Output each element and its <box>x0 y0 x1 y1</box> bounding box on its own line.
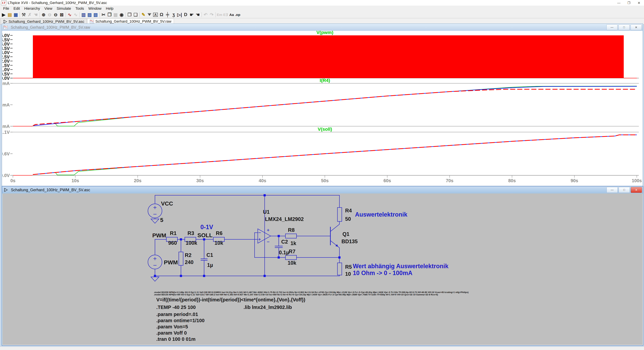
trace-vsoll-blue[interactable] <box>33 135 637 174</box>
trace-label-V(pwm)[interactable]: V(pwm) <box>316 31 333 35</box>
trace-ir4-red[interactable] <box>33 89 637 126</box>
r3-label[interactable]: R3 <box>188 230 194 236</box>
zoom-out-icon[interactable]: ⊖ <box>53 12 59 17</box>
pwm-block[interactable] <box>33 35 624 78</box>
inductor-icon[interactable]: ʒ <box>170 12 176 17</box>
vcc-label[interactable]: VCC <box>161 200 173 207</box>
schematic-canvas[interactable]: VCC 5 PWM PWM SOLL 0-1V R1 960 R2 240 R3… <box>2 193 642 345</box>
drag-hand-icon[interactable]: ☚ <box>195 12 201 17</box>
autorange-icon[interactable]: ∿ <box>66 12 72 17</box>
directive-param-voff[interactable]: .param Voff 0 <box>156 330 187 336</box>
trace-vsoll-green[interactable] <box>33 135 637 175</box>
r2-value[interactable]: 240 <box>185 259 194 265</box>
r8-value[interactable]: 1k <box>290 240 296 246</box>
print-preview-icon[interactable]: ❑ <box>132 12 138 17</box>
comment-0-1v[interactable]: 0-1V <box>200 224 213 231</box>
annotation-10ohm[interactable]: 10 Ohm -> 0 - 100mA <box>353 270 412 276</box>
resistor-icon[interactable]: Ω <box>158 12 164 17</box>
q1-label[interactable]: Q1 <box>342 231 349 237</box>
schematic-minimize-button[interactable]: — <box>606 187 618 193</box>
zoom-back-icon[interactable]: ⊖ <box>46 12 53 17</box>
r5-label[interactable]: R5 <box>345 264 352 270</box>
pan-hand-icon[interactable]: ☚ <box>33 12 39 17</box>
trace-label-I(R4)[interactable]: I(R4) <box>320 78 330 83</box>
schematic-window-title-bar[interactable]: Schaltung_Gerhard_100Hz_PWM_BV_5V.asc — … <box>2 186 643 193</box>
edit-e3-icon[interactable]: E∃ <box>222 12 228 17</box>
r4-label[interactable]: R4 <box>345 208 352 214</box>
r5-value[interactable]: 10 <box>345 271 351 277</box>
pwm-source[interactable] <box>148 255 162 269</box>
c2-value[interactable]: 0.1µ <box>279 250 289 256</box>
tile-horizontal-icon[interactable]: ▥ <box>80 12 86 17</box>
waveform-minimize-button[interactable]: — <box>606 24 618 30</box>
find-icon[interactable]: ◉ <box>118 12 124 17</box>
waveform-maximize-button[interactable]: □ <box>618 24 630 30</box>
r6-label[interactable]: R6 <box>216 230 222 236</box>
cascade-icon[interactable]: ▧ <box>92 12 98 17</box>
r1-label[interactable]: R1 <box>170 230 176 236</box>
opamp-u1[interactable] <box>258 229 271 243</box>
vcc-source[interactable] <box>148 204 162 223</box>
vcc-value[interactable]: 5 <box>160 217 163 223</box>
print-icon[interactable]: ❒ <box>126 12 132 17</box>
menu-view[interactable]: View <box>42 6 54 11</box>
schematic-close-button[interactable]: ✕ <box>631 187 642 193</box>
capacitor-c2[interactable] <box>275 246 282 248</box>
resistor-r4[interactable] <box>338 208 342 221</box>
net-label-soll[interactable]: SOLL <box>198 232 213 238</box>
c1-label[interactable]: C1 <box>206 252 213 258</box>
directive-lib[interactable]: .lib lmx24_lm2902.lib <box>244 305 292 310</box>
net-label-icon[interactable]: A <box>152 12 158 17</box>
directive-temp[interactable]: .TEMP -40 25 100 <box>156 305 196 310</box>
halt-icon[interactable]: ✗ <box>27 12 33 17</box>
r8-label[interactable]: R8 <box>288 227 295 233</box>
app-minimize-button[interactable]: — <box>614 0 624 6</box>
net-label-pwm[interactable]: PWM <box>152 232 166 239</box>
diode-icon[interactable]: ▷| <box>176 12 183 17</box>
u1-label[interactable]: U1 <box>263 209 270 215</box>
menu-simulate[interactable]: Simulate <box>54 6 73 11</box>
r6-value[interactable]: 10k <box>214 240 223 246</box>
spice-directive-icon[interactable]: .op <box>234 12 241 17</box>
edit-model-icon[interactable]: Em <box>216 12 222 17</box>
app-maximize-button[interactable]: ❐ <box>624 0 634 6</box>
ground-icon[interactable] <box>146 12 152 17</box>
waveform-close-button[interactable]: ✕ <box>630 24 642 30</box>
trace-vsoll-red[interactable] <box>33 135 637 174</box>
save-icon[interactable]: ▦ <box>13 12 19 17</box>
directive-param-ontime[interactable]: .param ontime=1/100 <box>156 318 204 323</box>
paste-icon[interactable]: ▩ <box>112 12 118 17</box>
plot-settings-icon[interactable]: ∿ <box>72 12 79 17</box>
text-tool-icon[interactable]: Aa <box>228 12 234 17</box>
annotation-wert-abhaengig[interactable]: Wert abhängig Auswertelektronik <box>353 263 448 270</box>
resistor-r7[interactable] <box>286 255 296 260</box>
wires[interactable] <box>155 195 340 276</box>
menu-hierarchy[interactable]: Hierarchy <box>22 6 42 11</box>
q1-value[interactable]: BD135 <box>342 239 358 244</box>
capacitor-c1[interactable] <box>201 259 207 260</box>
cut-icon[interactable]: ✂ <box>100 12 106 17</box>
resistor-r5[interactable] <box>338 263 342 275</box>
model-line-bd135[interactable]: .model BD135 NPN(Is=40f Xti=3 Eg=1.11 Va… <box>154 293 438 296</box>
menu-window[interactable]: Window <box>86 6 104 11</box>
run-button[interactable]: ▶ <box>1 12 7 17</box>
top-rail-wire[interactable] <box>155 195 340 208</box>
r7-value[interactable]: 10k <box>288 260 296 266</box>
waveform-plot-area[interactable]: 5.0V4.5V4.0V3.5V3.0V2.5V2.0V1.5V1.0V0.5V… <box>2 31 642 186</box>
pwm-source-label[interactable]: PWM <box>164 259 178 266</box>
waveform-window-title-bar[interactable]: Schaltung_Gerhard_100Hz_PWM_BV_5V.raw — … <box>2 24 643 31</box>
move-hand-icon[interactable]: ☛ <box>189 12 195 17</box>
resistor-r2[interactable] <box>179 252 183 265</box>
menu-help[interactable]: Help <box>104 6 116 11</box>
r4-value[interactable]: 50 <box>345 216 351 222</box>
wire-pencil-icon[interactable]: ✎ <box>140 12 146 17</box>
zoom-full-extents-icon[interactable]: ⊠ <box>59 12 65 17</box>
r2-label[interactable]: R2 <box>185 252 192 258</box>
directive-tran[interactable]: .tran 0 100 0 01m <box>156 337 196 342</box>
trace-ir4-blue[interactable] <box>33 86 637 126</box>
c1-value[interactable]: 1µ <box>207 262 213 268</box>
ground-symbol[interactable] <box>151 219 159 223</box>
directive-param-period[interactable]: .param period=.01 <box>156 312 198 317</box>
trace-ir4-green[interactable] <box>33 86 637 126</box>
r1-value[interactable]: 960 <box>168 240 177 246</box>
